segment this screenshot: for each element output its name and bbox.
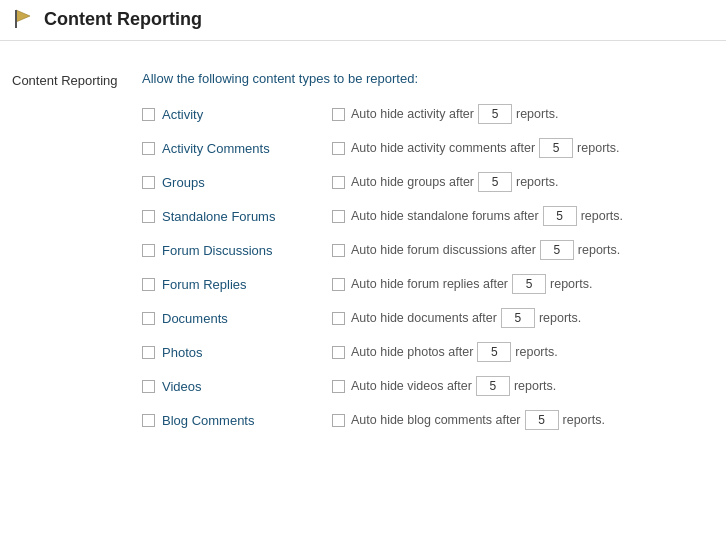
content-row-standalone-forums: Standalone Forums Auto hide standalone f… [142,206,714,226]
content-row-forum-discussions: Forum Discussions Auto hide forum discus… [142,240,714,260]
auto-hide-checkbox-groups[interactable] [332,176,345,189]
right-col-activity-comments: Auto hide activity comments after report… [332,138,620,158]
label-videos[interactable]: Videos [162,379,202,394]
checkbox-videos[interactable] [142,380,155,393]
right-col-photos: Auto hide photos after reports. [332,342,558,362]
section-description: Allow the following content types to be … [142,71,714,86]
checkbox-forum-replies[interactable] [142,278,155,291]
left-col-photos: Photos [142,345,332,360]
number-input-forum-replies[interactable] [512,274,546,294]
main-content: Content Reporting Allow the following co… [0,41,726,464]
auto-hide-checkbox-photos[interactable] [332,346,345,359]
label-blog-comments[interactable]: Blog Comments [162,413,254,428]
left-col-activity-comments: Activity Comments [142,141,332,156]
right-col-blog-comments: Auto hide blog comments after reports. [332,410,605,430]
content-row-activity-comments: Activity Comments Auto hide activity com… [142,138,714,158]
number-input-activity[interactable] [478,104,512,124]
auto-hide-text-blog-comments: Auto hide blog comments after [351,413,521,427]
checkbox-standalone-forums[interactable] [142,210,155,223]
checkbox-groups[interactable] [142,176,155,189]
section-label: Content Reporting [12,71,142,444]
number-input-groups[interactable] [478,172,512,192]
right-col-groups: Auto hide groups after reports. [332,172,558,192]
auto-hide-text-videos: Auto hide videos after [351,379,472,393]
right-col-forum-discussions: Auto hide forum discussions after report… [332,240,620,260]
label-forum-discussions[interactable]: Forum Discussions [162,243,273,258]
auto-hide-text-activity-comments: Auto hide activity comments after [351,141,535,155]
auto-hide-checkbox-forum-discussions[interactable] [332,244,345,257]
left-col-documents: Documents [142,311,332,326]
left-col-forum-discussions: Forum Discussions [142,243,332,258]
checkbox-documents[interactable] [142,312,155,325]
number-input-photos[interactable] [477,342,511,362]
svg-marker-0 [16,10,30,22]
left-col-activity: Activity [142,107,332,122]
content-row-documents: Documents Auto hide documents after repo… [142,308,714,328]
reports-suffix-videos: reports. [514,379,556,393]
checkbox-activity[interactable] [142,108,155,121]
flag-icon [12,8,34,30]
number-input-videos[interactable] [476,376,510,396]
left-col-standalone-forums: Standalone Forums [142,209,332,224]
left-col-groups: Groups [142,175,332,190]
auto-hide-text-photos: Auto hide photos after [351,345,473,359]
reports-suffix-activity-comments: reports. [577,141,619,155]
left-col-blog-comments: Blog Comments [142,413,332,428]
auto-hide-text-forum-discussions: Auto hide forum discussions after [351,243,536,257]
number-input-blog-comments[interactable] [525,410,559,430]
auto-hide-checkbox-standalone-forums[interactable] [332,210,345,223]
content-row-activity: Activity Auto hide activity after report… [142,104,714,124]
left-col-videos: Videos [142,379,332,394]
right-col-activity: Auto hide activity after reports. [332,104,558,124]
right-section: Allow the following content types to be … [142,71,714,444]
auto-hide-text-activity: Auto hide activity after [351,107,474,121]
right-col-videos: Auto hide videos after reports. [332,376,556,396]
number-input-documents[interactable] [501,308,535,328]
checkbox-forum-discussions[interactable] [142,244,155,257]
content-row-photos: Photos Auto hide photos after reports. [142,342,714,362]
content-row-groups: Groups Auto hide groups after reports. [142,172,714,192]
auto-hide-checkbox-videos[interactable] [332,380,345,393]
right-col-forum-replies: Auto hide forum replies after reports. [332,274,592,294]
auto-hide-text-standalone-forums: Auto hide standalone forums after [351,209,539,223]
label-groups[interactable]: Groups [162,175,205,190]
reports-suffix-groups: reports. [516,175,558,189]
auto-hide-text-groups: Auto hide groups after [351,175,474,189]
label-documents[interactable]: Documents [162,311,228,326]
reports-suffix-blog-comments: reports. [563,413,605,427]
auto-hide-checkbox-blog-comments[interactable] [332,414,345,427]
right-col-documents: Auto hide documents after reports. [332,308,581,328]
reports-suffix-forum-discussions: reports. [578,243,620,257]
reports-suffix-standalone-forums: reports. [581,209,623,223]
auto-hide-checkbox-forum-replies[interactable] [332,278,345,291]
page-title: Content Reporting [44,9,202,30]
label-activity-comments[interactable]: Activity Comments [162,141,270,156]
auto-hide-checkbox-activity[interactable] [332,108,345,121]
auto-hide-checkbox-documents[interactable] [332,312,345,325]
right-col-standalone-forums: Auto hide standalone forums after report… [332,206,623,226]
reports-suffix-forum-replies: reports. [550,277,592,291]
label-photos[interactable]: Photos [162,345,202,360]
reports-suffix-photos: reports. [515,345,557,359]
auto-hide-text-forum-replies: Auto hide forum replies after [351,277,508,291]
number-input-activity-comments[interactable] [539,138,573,158]
label-activity[interactable]: Activity [162,107,203,122]
left-col-forum-replies: Forum Replies [142,277,332,292]
page-header: Content Reporting [0,0,726,41]
svg-rect-1 [15,10,17,28]
checkbox-activity-comments[interactable] [142,142,155,155]
content-row-videos: Videos Auto hide videos after reports. [142,376,714,396]
auto-hide-text-documents: Auto hide documents after [351,311,497,325]
label-standalone-forums[interactable]: Standalone Forums [162,209,275,224]
reports-suffix-activity: reports. [516,107,558,121]
number-input-forum-discussions[interactable] [540,240,574,260]
content-rows: Activity Auto hide activity after report… [142,104,714,430]
auto-hide-checkbox-activity-comments[interactable] [332,142,345,155]
number-input-standalone-forums[interactable] [543,206,577,226]
label-forum-replies[interactable]: Forum Replies [162,277,247,292]
content-row-forum-replies: Forum Replies Auto hide forum replies af… [142,274,714,294]
checkbox-blog-comments[interactable] [142,414,155,427]
content-row-blog-comments: Blog Comments Auto hide blog comments af… [142,410,714,430]
checkbox-photos[interactable] [142,346,155,359]
reports-suffix-documents: reports. [539,311,581,325]
